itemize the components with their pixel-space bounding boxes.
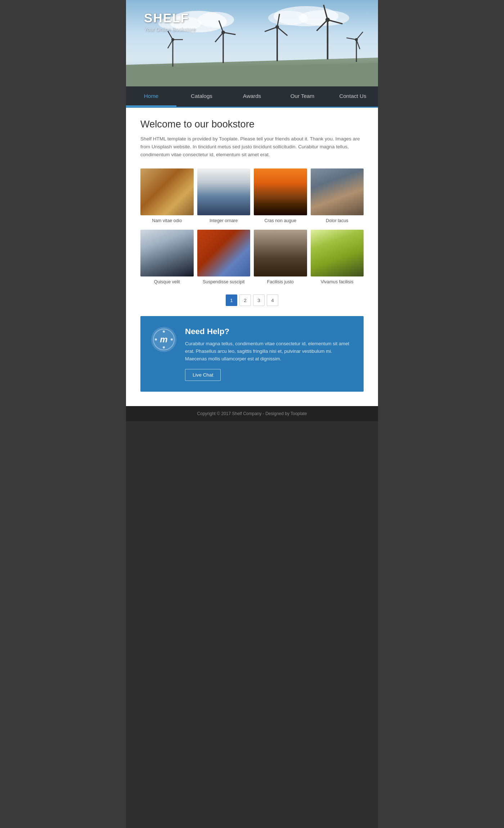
- page-wrapper: SHELF Your Online Bookstore Home Catalog…: [126, 0, 378, 828]
- footer-text: Copyright © 2017 Shelf Company - Designe…: [197, 411, 307, 416]
- help-body: Curabitur magna tellus, condimentum vita…: [185, 340, 353, 363]
- grid-item-2[interactable]: Integer ornare: [197, 168, 251, 223]
- help-title: Need Help?: [185, 327, 353, 336]
- svg-point-6: [268, 11, 308, 25]
- nav-item-contact[interactable]: Contact Us: [328, 86, 378, 107]
- image-grid-row2: Quisque velit Suspendisse suscipit Facil…: [140, 230, 364, 284]
- nav-item-catalogs[interactable]: Catalogs: [176, 86, 227, 107]
- grid-caption-4: Dolor lacus: [326, 218, 348, 223]
- nav-item-our-team[interactable]: Our Team: [277, 86, 328, 107]
- grid-image-shadow: [254, 230, 307, 276]
- site-tagline: Your Online Bookstore: [144, 27, 195, 32]
- page-btn-2[interactable]: 2: [239, 294, 251, 306]
- hero-section: SHELF Your Online Bookstore: [126, 0, 378, 86]
- grid-image-house: [140, 230, 194, 276]
- grid-image-road: [311, 168, 364, 215]
- grid-caption-5: Quisque velit: [154, 279, 180, 284]
- grid-item-7[interactable]: Facilisis justo: [254, 230, 307, 284]
- grid-item-8[interactable]: Vivamus facilisis: [311, 230, 364, 284]
- grid-image-autumn: [140, 168, 194, 215]
- dot-4: [171, 338, 173, 341]
- nav-item-awards[interactable]: Awards: [227, 86, 277, 107]
- grid-item-5[interactable]: Quisque velit: [140, 230, 194, 284]
- nav-item-home[interactable]: Home: [126, 86, 176, 107]
- hero-text-block: SHELF Your Online Bookstore: [144, 11, 195, 32]
- dot-2: [163, 346, 165, 348]
- help-section: m Need Help? Curabitur magna tellus, con…: [140, 316, 364, 392]
- grid-caption-6: Suspendisse suscipit: [203, 279, 244, 284]
- page-btn-1[interactable]: 1: [226, 294, 237, 306]
- nav-bar: Home Catalogs Awards Our Team Contact Us: [126, 86, 378, 107]
- grid-item-3[interactable]: Cras non augue: [254, 168, 307, 223]
- grid-caption-2: Integer ornare: [210, 218, 238, 223]
- site-title: SHELF: [144, 11, 195, 25]
- help-text-area: Need Help? Curabitur magna tellus, condi…: [185, 327, 353, 381]
- pagination: 1 2 3 4: [140, 294, 364, 306]
- image-grid-row1: Nam vitae odio Integer ornare Cras non a…: [140, 168, 364, 223]
- grid-item-6[interactable]: Suspendisse suscipit: [197, 230, 251, 284]
- footer: Copyright © 2017 Shelf Company - Designe…: [126, 406, 378, 421]
- welcome-title: Welcome to our bookstore: [140, 118, 364, 130]
- dot-1: [163, 330, 165, 333]
- grid-item-4[interactable]: Dolor lacus: [311, 168, 364, 223]
- main-content: Welcome to our bookstore Shelf HTML temp…: [126, 108, 378, 406]
- live-chat-button[interactable]: Live Chat: [185, 369, 221, 381]
- page-btn-3[interactable]: 3: [253, 294, 265, 306]
- dot-3: [155, 338, 157, 341]
- help-icon-dots-ring: m: [153, 329, 175, 350]
- grid-caption-3: Cras non augue: [264, 218, 296, 223]
- help-icon-wrapper: m: [151, 327, 176, 352]
- welcome-text: Shelf HTML template is provided by Toopl…: [140, 135, 364, 158]
- help-icon-m: m: [160, 334, 167, 345]
- grid-item-1[interactable]: Nam vitae odio: [140, 168, 194, 223]
- grid-caption-7: Facilisis justo: [267, 279, 294, 284]
- page-btn-4[interactable]: 4: [267, 294, 278, 306]
- grid-image-mushroom: [311, 230, 364, 276]
- grid-caption-1: Nam vitae odio: [152, 218, 182, 223]
- grid-image-jump: [254, 168, 307, 215]
- grid-image-bridge: [197, 230, 251, 276]
- grid-image-building: [197, 168, 251, 215]
- svg-point-3: [198, 12, 234, 28]
- grid-caption-8: Vivamus facilisis: [321, 279, 354, 284]
